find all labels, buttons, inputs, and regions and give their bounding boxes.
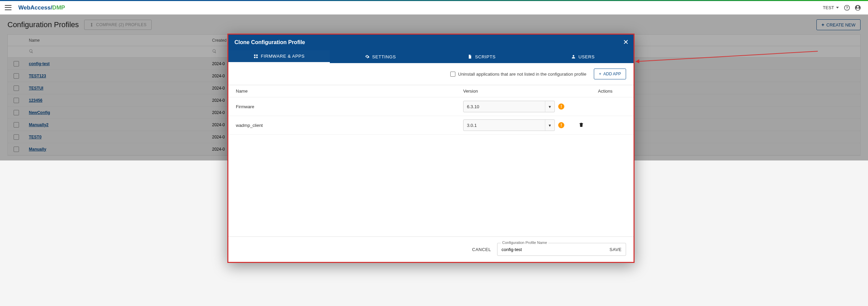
tab-firmware-label: FIRMWARE & APPS — [261, 54, 305, 59]
modal-title: Clone Configuration Profile — [234, 39, 305, 45]
tab-users-label: USERS — [579, 54, 595, 59]
app-bar: WebAccess/DMP TEST — [0, 1, 868, 15]
save-button[interactable]: SAVE — [609, 247, 622, 252]
user-menu[interactable]: TEST — [820, 4, 842, 12]
version-select[interactable]: 3.0.1▾ — [463, 119, 555, 131]
add-app-label: ADD APP — [603, 72, 621, 76]
tab-firmware-apps[interactable]: FIRMWARE & APPS — [228, 50, 330, 63]
delete-icon[interactable] — [579, 122, 584, 129]
tab-users[interactable]: USERS — [532, 50, 634, 63]
close-icon[interactable]: ✕ — [623, 38, 629, 46]
document-icon — [468, 54, 472, 59]
chevron-down-icon: ▾ — [545, 120, 551, 131]
checkbox-icon — [450, 72, 455, 77]
profile-name-input[interactable] — [502, 247, 590, 252]
profile-name-field[interactable]: Configuration Profile Name SAVE — [497, 243, 626, 256]
apps-col-version: Version — [463, 89, 572, 94]
version-value: 3.0.1 — [467, 123, 477, 128]
uninstall-checkbox[interactable]: Uninstall applications that are not list… — [450, 72, 586, 77]
uninstall-label: Uninstall applications that are not list… — [458, 72, 586, 77]
apps-col-actions: Actions — [572, 89, 626, 94]
user-icon — [571, 54, 576, 59]
version-select[interactable]: 6.3.10▾ — [463, 101, 555, 112]
help-icon[interactable] — [842, 2, 852, 13]
apps-col-name: Name — [236, 89, 463, 94]
svg-rect-3 — [256, 57, 258, 58]
svg-rect-0 — [254, 54, 255, 56]
chevron-down-icon — [836, 7, 839, 8]
warning-icon[interactable]: ! — [558, 103, 564, 110]
brand-text-a: WebAccess/ — [18, 4, 52, 11]
svg-rect-2 — [254, 57, 255, 58]
apps-icon — [253, 54, 258, 59]
clone-profile-modal: Clone Configuration Profile ✕ FIRMWARE &… — [227, 34, 635, 263]
warning-icon[interactable]: ! — [558, 122, 564, 128]
app-name: wadmp_client — [236, 123, 463, 128]
user-label: TEST — [823, 5, 834, 10]
tab-settings-label: SETTINGS — [372, 54, 396, 59]
svg-rect-1 — [256, 54, 258, 56]
tab-settings[interactable]: SETTINGS — [330, 50, 431, 63]
brand-text-b: DMP — [52, 4, 65, 11]
cancel-button[interactable]: CANCEL — [472, 247, 491, 252]
app-row: Firmware6.3.10▾! — [228, 97, 634, 116]
app-name: Firmware — [236, 104, 463, 109]
tab-scripts[interactable]: SCRIPTS — [431, 50, 532, 63]
version-value: 6.3.10 — [467, 104, 479, 109]
menu-icon[interactable] — [5, 4, 12, 11]
brand-logo: WebAccess/DMP — [18, 4, 65, 11]
plus-icon: + — [599, 72, 601, 76]
account-icon[interactable] — [852, 2, 863, 13]
tab-scripts-label: SCRIPTS — [475, 54, 496, 59]
field-legend: Configuration Profile Name — [501, 241, 548, 245]
chevron-down-icon: ▾ — [545, 101, 551, 112]
app-row: wadmp_client3.0.1▾! — [228, 116, 634, 135]
gear-icon — [365, 54, 370, 59]
add-app-button[interactable]: + ADD APP — [594, 69, 626, 79]
